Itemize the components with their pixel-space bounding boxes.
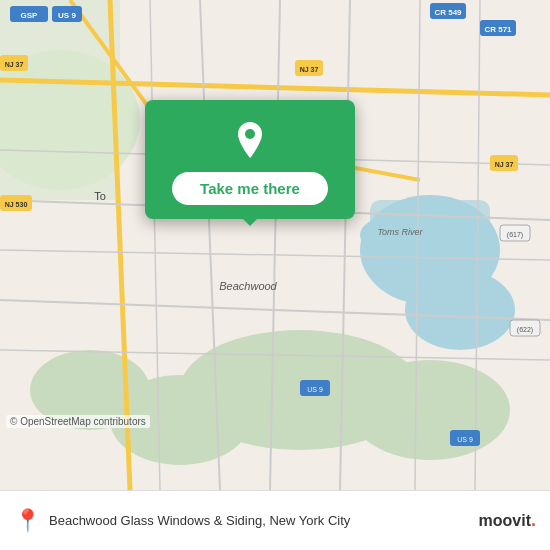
svg-text:NJ 530: NJ 530	[5, 201, 28, 208]
svg-text:(622): (622)	[517, 326, 533, 334]
svg-text:Beachwood: Beachwood	[219, 280, 277, 292]
svg-text:(617): (617)	[507, 231, 523, 239]
moovit-logo: moovit.	[479, 510, 536, 531]
map-container: GSP US 9 CR 549 CR 571 NJ 37 NJ 37 NJ 37…	[0, 0, 550, 490]
svg-text:CR 549: CR 549	[434, 8, 462, 17]
map-attribution: © OpenStreetMap contributors	[6, 415, 150, 428]
svg-text:US 9: US 9	[58, 11, 76, 20]
svg-text:NJ 37: NJ 37	[5, 61, 24, 68]
svg-text:NJ 37: NJ 37	[495, 161, 514, 168]
moovit-wordmark: moovit.	[479, 510, 536, 531]
business-name: Beachwood Glass Windows & Siding, New Yo…	[49, 513, 479, 528]
svg-point-3	[405, 270, 515, 350]
bottom-bar: 📍 Beachwood Glass Windows & Siding, New …	[0, 490, 550, 550]
svg-text:US 9: US 9	[457, 436, 473, 443]
svg-text:NJ 37: NJ 37	[300, 66, 319, 73]
svg-text:GSP: GSP	[21, 11, 39, 20]
business-pin-icon: 📍	[14, 508, 41, 534]
map-popup: Take me there	[145, 100, 355, 219]
take-me-there-button[interactable]: Take me there	[172, 172, 328, 205]
svg-point-6	[350, 360, 510, 460]
svg-text:US 9: US 9	[307, 386, 323, 393]
location-pin-icon	[228, 118, 272, 162]
svg-text:Toms River: Toms River	[377, 227, 423, 237]
svg-point-53	[245, 129, 255, 139]
svg-text:To: To	[94, 190, 106, 202]
svg-text:CR 571: CR 571	[484, 25, 512, 34]
